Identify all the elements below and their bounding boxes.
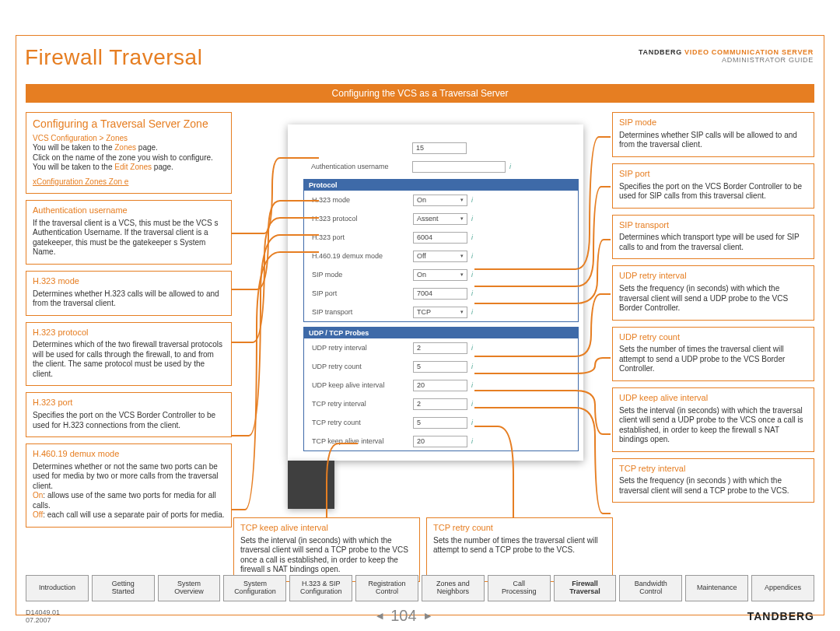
sc-field-input[interactable]: On▾	[413, 269, 467, 281]
udpkeep-title: UDP keep alive interval	[619, 393, 807, 404]
nav-tab[interactable]: FirewallTraversal	[554, 575, 617, 601]
h323mode-title: H.323 mode	[33, 276, 225, 287]
sc-auth-field[interactable]	[412, 161, 506, 173]
sc-field-label: SIP transport	[312, 308, 413, 316]
nav-tab[interactable]: H.323 & SIPConfiguration	[289, 575, 352, 601]
box-auth-username: Authentication username If the traversal…	[26, 200, 232, 265]
box-h323-mode: H.323 mode Determines whether H.323 call…	[26, 271, 232, 316]
edit-zones-link[interactable]: Edit Zones	[114, 163, 152, 171]
sc-field-input[interactable]: 20	[413, 380, 467, 391]
sc-field-row: UDP retry count5i	[304, 357, 578, 376]
zones-link[interactable]: Zones	[114, 143, 136, 152]
auth-title: Authentication username	[33, 205, 225, 216]
sc-field-input[interactable]: 5	[413, 361, 467, 373]
nav-tab[interactable]: Maintenance	[685, 575, 748, 601]
box-tcp-keep-alive: TCP keep alive intervalSets the interval…	[233, 517, 420, 582]
sc-section1-bar: Protocol	[304, 180, 578, 191]
info-icon[interactable]: i	[471, 233, 473, 241]
box-sip-port: SIP portSpecifies the port on the VCS Bo…	[612, 163, 814, 209]
tcpretry-title: TCP retry interval	[619, 464, 807, 475]
h323mode-body: Determines whether H.323 calls will be a…	[33, 289, 225, 309]
nav-tab[interactable]: GettingStarted	[92, 575, 155, 601]
chevron-down-icon: ▾	[460, 253, 464, 259]
info-icon[interactable]: i	[471, 419, 473, 426]
sc-field-input[interactable]: 5	[413, 417, 467, 429]
info-icon[interactable]: i	[509, 163, 511, 170]
auth-body: If the traversal client is a VCS, this m…	[33, 219, 225, 258]
header-right: TANDBERG VIDEO COMMUNICATION SERVER ADMI…	[639, 48, 814, 64]
sc-field-input[interactable]: 7004	[413, 288, 467, 300]
footer-docnum: D14049.01	[26, 608, 60, 616]
sc-field-row: TCP retry interval2i	[304, 394, 578, 413]
udpretry-body: Sets the frequency (in seconds) with whi…	[619, 284, 807, 314]
box-sip-mode: SIP modeDetermines whether SIP calls wil…	[612, 112, 814, 157]
footer-docinfo: D14049.01 07.2007	[26, 608, 60, 624]
nav-tab[interactable]: RegistrationControl	[355, 575, 418, 601]
siptransport-title: SIP transport	[619, 220, 807, 231]
sc-field-row: H.323 port6004i	[304, 228, 578, 247]
brand-product: VIDEO COMMUNICATION SERVER	[682, 48, 814, 56]
info-icon[interactable]: i	[471, 196, 473, 204]
udpkeep-body: Sets the interval (in seconds) with whic…	[619, 406, 807, 445]
box-tcp-retry-count: TCP retry countSets the number of times …	[426, 517, 613, 582]
zone-p3: You will be taken to the Edit Zones page…	[33, 163, 225, 173]
box-tcp-retry-interval: TCP retry intervalSets the frequency (in…	[612, 458, 814, 503]
sc-field-input[interactable]: On▾	[413, 195, 467, 206]
sc-field-input[interactable]: 2	[413, 398, 467, 410]
sc-top-field[interactable]: 15	[412, 142, 467, 154]
info-icon[interactable]: i	[471, 363, 473, 370]
tcpcount-title: TCP retry count	[433, 523, 606, 534]
info-icon[interactable]: i	[471, 252, 473, 260]
nav-tab[interactable]: Zones andNeighbors	[422, 575, 485, 601]
sc-field-input[interactable]: 20	[413, 436, 467, 447]
info-icon[interactable]: i	[471, 215, 473, 223]
sc-field-input[interactable]: 6004	[413, 232, 467, 244]
zone-title: Configuring a Traversal Server Zone	[33, 117, 225, 131]
nav-tab[interactable]: Introduction	[26, 575, 89, 601]
brand-name: TANDBERG	[639, 48, 682, 56]
brand-sub: ADMINISTRATOR GUIDE	[639, 56, 814, 64]
sc-field-label: UDP retry count	[312, 363, 413, 370]
nav-tab[interactable]: SystemOverview	[158, 575, 221, 601]
zone-breadcrumb[interactable]: VCS Configuration > Zones	[33, 134, 225, 144]
info-icon[interactable]: i	[471, 344, 473, 352]
udpcount-body: Sets the number of times the traversal c…	[619, 345, 807, 374]
info-icon[interactable]: i	[471, 437, 473, 445]
screenshot-overlay-strip	[288, 461, 334, 509]
box-zone: Configuring a Traversal Server Zone VCS …	[26, 112, 232, 194]
sc-field-label: H.323 port	[312, 233, 413, 241]
tcpkeep-title: TCP keep alive interval	[240, 523, 413, 534]
sc-field-label: SIP mode	[312, 271, 413, 279]
embedded-screenshot: 15 Authentication usernamei Protocol H.3…	[288, 124, 583, 461]
info-icon[interactable]: i	[471, 271, 473, 279]
sc-field-input[interactable]: Assent▾	[413, 213, 467, 225]
nav-tab[interactable]: Appendices	[751, 575, 814, 601]
demux-p1: Determines whether or not the same two p…	[33, 462, 225, 492]
sc-field-label: TCP retry interval	[312, 400, 413, 408]
sc-field-input[interactable]: Off▾	[413, 251, 467, 262]
page-next-icon[interactable]: ▶	[425, 611, 431, 621]
page-prev-icon[interactable]: ◀	[376, 611, 383, 621]
h323proto-body: Determines which of the two firewall tra…	[33, 340, 225, 379]
page-nav: ◀ 104 ▶	[376, 607, 430, 625]
sc-field-label: TCP keep alive interval	[312, 437, 413, 445]
sc-field-input[interactable]: 2	[413, 342, 467, 354]
xconfiguration-link[interactable]: xConfiguration Zones Zon e	[33, 177, 225, 188]
nav-tab[interactable]: BandwidthControl	[619, 575, 682, 601]
info-icon[interactable]: i	[471, 381, 473, 389]
info-icon[interactable]: i	[471, 400, 473, 408]
udpcount-title: UDP retry count	[619, 332, 807, 343]
h323port-body: Specifies the port on the VCS Border Con…	[33, 411, 225, 430]
sc-field-label: H.323 mode	[312, 196, 413, 204]
sipport-title: SIP port	[619, 169, 807, 180]
info-icon[interactable]: i	[471, 289, 473, 297]
sc-field-input[interactable]: TCP▾	[413, 307, 467, 318]
sc-field-row: H.323 protocolAssent▾i	[304, 209, 578, 228]
info-icon[interactable]: i	[471, 308, 473, 316]
section-banner: Configuring the VCS as a Traversal Serve…	[26, 84, 814, 103]
nav-tab[interactable]: SystemConfiguration	[223, 575, 286, 601]
sc-field-row: H.460.19 demux modeOff▾i	[304, 247, 578, 265]
box-udp-keep-alive: UDP keep alive intervalSets the interval…	[612, 387, 814, 452]
sc-field-row: TCP keep alive interval20i	[304, 432, 578, 450]
nav-tab[interactable]: CallProcessing	[488, 575, 551, 601]
